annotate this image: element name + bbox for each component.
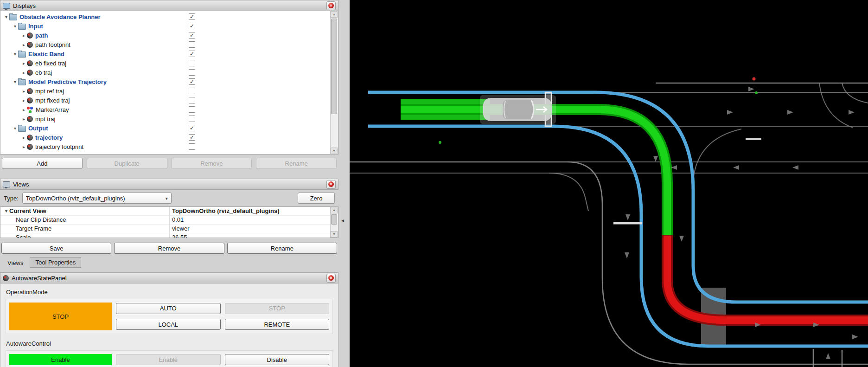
expander-icon[interactable]	[21, 98, 27, 103]
display-checkbox[interactable]	[189, 13, 195, 20]
tree-row[interactable]: Elastic Band	[0, 49, 331, 58]
autoware-control-status: Enable	[9, 354, 112, 365]
display-checkbox[interactable]	[189, 88, 195, 94]
scroll-up-icon[interactable]: ▴	[331, 207, 338, 213]
property-value[interactable]: 0.01	[169, 216, 331, 224]
tree-row[interactable]: Model Predictive Trajectory	[0, 77, 331, 86]
tree-row[interactable]: eb fixed traj	[0, 58, 331, 68]
expander-icon[interactable]	[12, 52, 18, 57]
tree-row[interactable]: trajectory	[0, 133, 331, 142]
autoware-state-panel-header[interactable]: AutowareStatePanel ×	[0, 272, 338, 283]
expander-icon[interactable]	[21, 107, 27, 112]
property-value[interactable]: 26.55	[169, 233, 331, 238]
expander-icon[interactable]	[12, 24, 18, 29]
viewport-3d[interactable]	[350, 0, 868, 367]
display-checkbox[interactable]	[189, 41, 195, 48]
save-button[interactable]: Save	[1, 243, 111, 254]
display-checkbox[interactable]	[189, 106, 195, 113]
tree-row[interactable]: path	[0, 31, 331, 40]
tree-row[interactable]: mpt traj	[0, 114, 331, 123]
tree-item-label: mpt ref traj	[35, 88, 64, 95]
table-scrollbar[interactable]: ▴ ▾	[330, 207, 338, 238]
tree-row[interactable]: trajectory footprint	[0, 142, 331, 151]
views-panel-header[interactable]: Views ×	[0, 179, 338, 190]
tree-scrollbar[interactable]: ▴ ▾	[330, 11, 338, 154]
displays-panel-header[interactable]: Displays ×	[0, 0, 338, 11]
expander-icon[interactable]	[3, 207, 9, 215]
property-value[interactable]: viewer	[169, 225, 331, 233]
display-checkbox[interactable]	[189, 23, 195, 29]
stop-button[interactable]: STOP	[225, 303, 330, 314]
expander-icon[interactable]	[12, 126, 18, 131]
duplicate-button[interactable]: Duplicate	[87, 158, 167, 169]
operation-mode-group: STOP AUTO STOP LOCAL REMOTE	[6, 299, 333, 334]
display-checkbox[interactable]	[189, 78, 195, 85]
scrollbar-thumb[interactable]	[331, 214, 337, 225]
tree-row[interactable]: Obstacle Avoidance Planner	[0, 12, 331, 21]
displays-panel: Displays × Obstacle Avoidance Planner In…	[0, 0, 338, 173]
tree-row[interactable]: mpt fixed traj	[0, 96, 331, 105]
state-panel-close-button[interactable]: ×	[326, 274, 336, 283]
rename-view-button[interactable]: Rename	[227, 243, 337, 254]
display-checkbox[interactable]	[189, 97, 195, 103]
tree-row[interactable]: Output	[0, 123, 331, 133]
display-checkbox[interactable]	[189, 51, 195, 57]
scene-background	[350, 0, 868, 367]
auto-button[interactable]: AUTO	[116, 303, 221, 314]
zero-button[interactable]: Zero	[298, 193, 335, 204]
displays-tree: Obstacle Avoidance Planner Input path pa…	[0, 11, 338, 155]
display-checkbox[interactable]	[189, 32, 195, 39]
scroll-down-icon[interactable]: ▾	[331, 148, 338, 154]
expander-icon[interactable]	[21, 116, 27, 122]
expander-icon[interactable]	[21, 135, 27, 140]
display-checkbox[interactable]	[189, 116, 195, 122]
expander-icon[interactable]	[21, 42, 27, 47]
local-button[interactable]: LOCAL	[116, 319, 221, 330]
expander-icon[interactable]	[21, 70, 27, 75]
tab-views[interactable]: Views	[2, 258, 28, 268]
tree-item-label: eb fixed traj	[35, 60, 66, 67]
scrollbar-thumb[interactable]	[331, 19, 337, 114]
add-button[interactable]: Add	[2, 158, 83, 169]
expander-icon[interactable]	[21, 33, 27, 38]
tree-item-label: trajectory footprint	[35, 143, 83, 150]
expander-icon[interactable]	[21, 89, 27, 94]
tree-item-label: path	[35, 32, 48, 39]
tab-tool-properties[interactable]: Tool Properties	[30, 257, 81, 268]
tree-row[interactable]: mpt ref traj	[0, 86, 331, 96]
scroll-down-icon[interactable]: ▾	[331, 231, 338, 238]
tree-row[interactable]: Input	[0, 21, 331, 31]
tree-row[interactable]: MarkerArray	[0, 105, 331, 114]
tree-row[interactable]: path footprint	[0, 40, 331, 49]
expander-icon[interactable]	[21, 144, 27, 149]
expander-icon[interactable]	[21, 61, 27, 66]
expander-icon[interactable]	[3, 14, 9, 19]
disable-button[interactable]: Disable	[225, 354, 330, 365]
display-checkbox[interactable]	[189, 60, 195, 66]
table-row[interactable]: Near Clip Distance 0.01	[0, 216, 338, 225]
scroll-up-icon[interactable]: ▴	[331, 11, 338, 18]
views-close-button[interactable]: ×	[326, 180, 336, 189]
displays-close-button[interactable]: ×	[326, 1, 336, 10]
display-checkbox[interactable]	[189, 134, 195, 141]
enable-button[interactable]: Enable	[116, 354, 221, 365]
expander-icon[interactable]	[12, 79, 18, 84]
marker-array-icon	[27, 107, 33, 113]
table-row[interactable]: Target Frame viewer	[0, 225, 338, 233]
table-row[interactable]: Current View TopDownOrtho (rviz_default_…	[0, 207, 338, 216]
remove-view-button[interactable]: Remove	[114, 243, 224, 254]
dock-collapse-icon[interactable]: ◂	[341, 217, 344, 224]
display-checkbox[interactable]	[189, 125, 195, 131]
remove-button[interactable]: Remove	[172, 158, 252, 169]
view-type-dropdown[interactable]: TopDownOrtho (rviz_default_plugins) ▾	[22, 193, 172, 204]
displays-panel-icon	[3, 3, 10, 9]
rename-button[interactable]: Rename	[256, 158, 337, 169]
display-checkbox[interactable]	[189, 143, 195, 150]
table-row[interactable]: Scale 26.55	[0, 233, 338, 238]
tree-item-label: Output	[28, 125, 48, 132]
tree-row[interactable]: eb traj	[0, 68, 331, 77]
folder-icon	[9, 14, 17, 20]
remote-button[interactable]: REMOTE	[225, 319, 330, 330]
tree-item-label: MarkerArray	[36, 106, 69, 113]
display-checkbox[interactable]	[189, 69, 195, 76]
